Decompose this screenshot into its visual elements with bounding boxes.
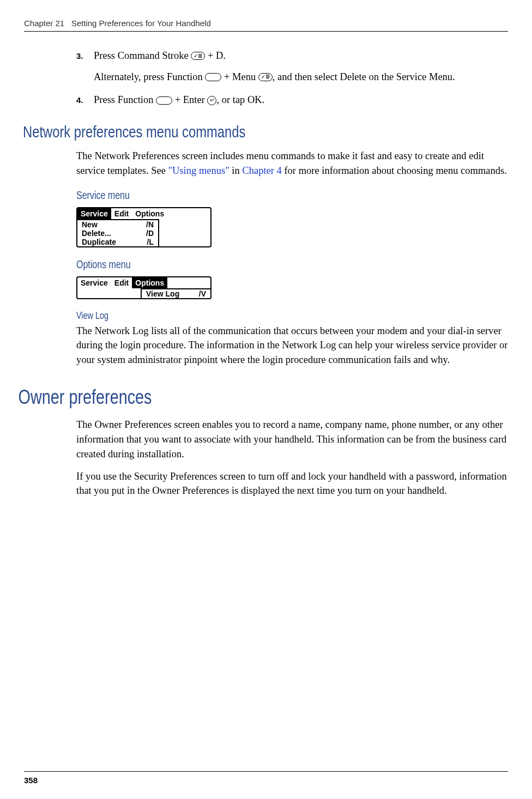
- command-stroke-icon: ✓≣: [191, 52, 205, 60]
- section-heading-network: Network preferences menu commands: [23, 123, 421, 141]
- network-intro-paragraph: The Network Preferences screen includes …: [76, 149, 508, 178]
- section-heading-owner: Owner preferences: [0, 386, 407, 409]
- step-body: Press Command Stroke ✓≣ + D. Alternately…: [94, 48, 508, 84]
- enter-key-icon: ↵: [207, 96, 216, 105]
- tab-options: Options: [132, 277, 167, 288]
- chapter-label: Chapter 21: [24, 19, 64, 28]
- tab-service: Service: [77, 208, 111, 219]
- options-menu-heading: Options menu: [76, 258, 422, 271]
- menu-item-duplicate: Duplicate /L: [77, 238, 158, 246]
- link-chapter-4[interactable]: Chapter 4: [242, 165, 281, 176]
- owner-paragraph-1: The Owner Preferences screen enables you…: [76, 417, 508, 461]
- page-number: 358: [24, 776, 38, 785]
- menu-item-viewlog: View Log /V: [142, 289, 210, 298]
- menu-item-new: New /N: [77, 220, 158, 229]
- function-key-icon: [156, 96, 172, 105]
- menu-item-delete: Delete... /D: [77, 229, 158, 238]
- menubar-tabs: Service Edit Options: [77, 277, 210, 288]
- footer-rule: [24, 771, 508, 772]
- page-content: 3. Press Command Stroke ✓≣ + D. Alternat…: [0, 32, 532, 498]
- menu-dropdown: View Log /V: [141, 288, 210, 298]
- step-number: 4.: [76, 92, 88, 108]
- owner-paragraph-2: If you use the Security Preferences scre…: [76, 469, 508, 499]
- function-key-icon: [205, 73, 221, 81]
- link-using-menus[interactable]: "Using menus": [168, 165, 229, 176]
- service-menu-screenshot: Service Edit Options New /N Delete... /D…: [76, 207, 211, 247]
- menubar-tabs: Service Edit Options: [77, 208, 210, 219]
- step-3: 3. Press Command Stroke ✓≣ + D. Alternat…: [76, 48, 508, 84]
- step-sub: Alternately, press Function + Menu ✓≣, a…: [94, 69, 508, 85]
- chapter-title: Setting Preferences for Your Handheld: [71, 19, 211, 28]
- view-log-paragraph: The Network Log lists all of the communi…: [76, 324, 508, 367]
- menu-dropdown: New /N Delete... /D Duplicate /L: [77, 219, 159, 246]
- step-body: Press Function + Enter ↵, or tap OK.: [94, 92, 508, 108]
- step-number: 3.: [76, 48, 88, 84]
- step-4: 4. Press Function + Enter ↵, or tap OK.: [76, 92, 508, 108]
- options-menu-screenshot: Service Edit Options View Log /V: [76, 276, 211, 299]
- page-header: Chapter 21 Setting Preferences for Your …: [0, 0, 532, 31]
- tab-edit: Edit: [111, 277, 132, 288]
- tab-service: Service: [77, 277, 111, 288]
- service-menu-heading: Service menu: [76, 189, 422, 202]
- view-log-heading: View Log: [76, 310, 422, 322]
- tab-edit: Edit: [111, 208, 132, 219]
- tab-options: Options: [132, 208, 167, 219]
- menu-key-icon: ✓≣: [258, 73, 273, 81]
